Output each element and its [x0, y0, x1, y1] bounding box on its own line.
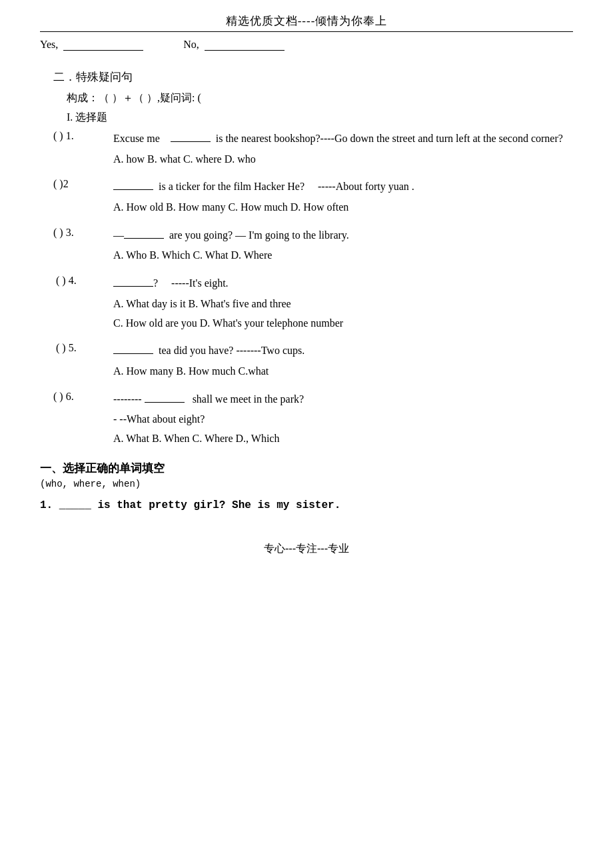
- q3-answers: A. Who B. Which C. What D. Where: [113, 246, 573, 265]
- q5-blank[interactable]: [113, 342, 153, 354]
- q2-num: ( )2: [53, 178, 113, 190]
- fill-section-note: (who, where, when): [40, 479, 573, 489]
- q6-num: ( ) 6.: [53, 391, 113, 403]
- q1-row: ( ) 1. Excuse me is the nearest bookshop…: [53, 130, 573, 147]
- question-4: ( ) 4. ? -----It's eight. A. What day is…: [53, 275, 573, 333]
- fill-section-title: 一、选择正确的单词填空: [40, 461, 573, 476]
- header-divider: [40, 31, 573, 32]
- yes-item: Yes,: [40, 39, 143, 51]
- q6-blank[interactable]: [145, 391, 185, 403]
- q5-row: ( ) 5. tea did you have? -------Two cups…: [53, 342, 573, 359]
- question-6: ( ) 6. -------- shall we meet in the par…: [53, 391, 573, 449]
- q3-blank[interactable]: [124, 227, 164, 239]
- yes-no-line: Yes, No,: [40, 39, 573, 51]
- question-5: ( ) 5. tea did you have? -------Two cups…: [53, 342, 573, 381]
- q6-row: ( ) 6. -------- shall we meet in the par…: [53, 391, 573, 408]
- yes-blank[interactable]: [63, 39, 143, 51]
- q4-answers-line2: C. How old are you D. What's your teleph…: [113, 314, 573, 333]
- fill-q1: 1. _____ is that pretty girl? She is my …: [40, 496, 573, 515]
- q5-num: ( ) 5.: [53, 342, 113, 354]
- q5-answers: A. How many B. How much C.what: [113, 362, 573, 381]
- q2-row: ( )2 is a ticker for the film Hacker He?…: [53, 178, 573, 195]
- page-header-title: 精选优质文档----倾情为你奉上: [40, 13, 573, 29]
- q4-blank[interactable]: [113, 275, 153, 287]
- q4-text: ? -----It's eight.: [113, 275, 573, 292]
- q3-num: ( ) 3.: [53, 227, 113, 239]
- q3-row: ( ) 3. — are you going? — I'm going to t…: [53, 227, 573, 244]
- q4-answers-line1: A. What day is it B. What's five and thr…: [113, 295, 573, 314]
- q1-blank[interactable]: [171, 130, 211, 142]
- q4-row: ( ) 4. ? -----It's eight.: [53, 275, 573, 292]
- q2-blank[interactable]: [113, 178, 153, 190]
- q5-text: tea did you have? -------Two cups.: [113, 342, 573, 359]
- q1-answers: A. how B. what C. where D. who: [113, 150, 573, 169]
- q3-text: — are you going? — I'm going to the libr…: [113, 227, 573, 244]
- q6-text: -------- shall we meet in the park?: [113, 391, 573, 408]
- q6-answers: A. What B. When C. Where D., Which: [113, 429, 573, 449]
- subsection-label: I. 选择题: [67, 111, 573, 125]
- no-blank[interactable]: [205, 39, 285, 51]
- section2-title: 二．特殊疑问句: [53, 69, 573, 85]
- question-2: ( )2 is a ticker for the film Hacker He?…: [53, 178, 573, 217]
- q4-num: ( ) 4.: [53, 275, 113, 287]
- no-label: No,: [183, 39, 199, 51]
- q2-text: is a ticker for the film Hacker He? ----…: [113, 178, 573, 195]
- q2-answers: A. How old B. How many C. How much D. Ho…: [113, 198, 573, 217]
- footer-text: 专心---专注---专业: [40, 542, 573, 556]
- question-3: ( ) 3. — are you going? — I'm going to t…: [53, 227, 573, 265]
- yes-label: Yes,: [40, 39, 58, 51]
- q1-num: ( ) 1.: [53, 130, 113, 142]
- q6-subtext: - --What about eight?: [113, 410, 573, 429]
- no-item: No,: [183, 39, 285, 51]
- structure-line: 构成：（ ）＋（ ）,疑问词: (: [67, 91, 573, 105]
- q1-text: Excuse me is the nearest bookshop?----Go…: [113, 130, 573, 147]
- question-1: ( ) 1. Excuse me is the nearest bookshop…: [53, 130, 573, 169]
